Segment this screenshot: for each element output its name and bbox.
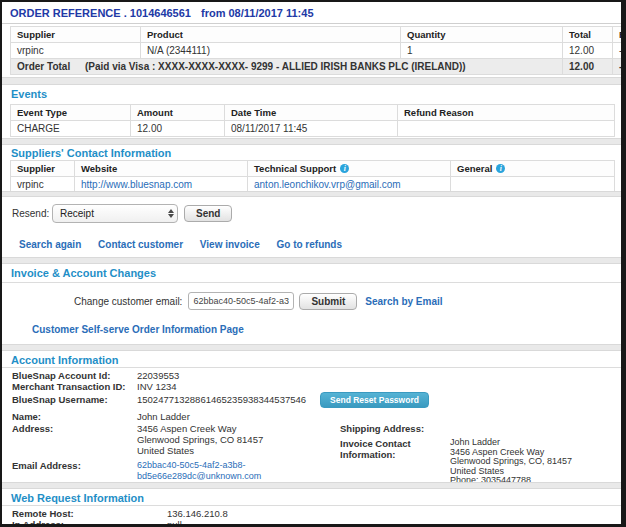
order-paid-via: (Paid via Visa : XXXX-XXXX-XXXX- 9299 - … bbox=[85, 61, 466, 72]
go-to-refunds-link[interactable]: Go to refunds bbox=[276, 239, 342, 250]
col-event-type: Event Type bbox=[11, 105, 131, 121]
col-general: Generali bbox=[451, 161, 615, 177]
order-details-page: ORDER REFERENCE . 1014646561from 08/11/2… bbox=[0, 0, 626, 527]
order-reference-section: ORDER REFERENCE . 1014646561from 08/11/2… bbox=[2, 2, 621, 77]
order-total-refund: - bbox=[613, 59, 622, 75]
account-id-value: 22039553 bbox=[137, 370, 179, 381]
col-technical-support: Technical Supporti bbox=[248, 161, 451, 177]
supplier-cell-general bbox=[451, 177, 615, 192]
search-by-email-link[interactable]: Search by Email bbox=[365, 296, 442, 307]
ip-address-value: null bbox=[167, 519, 182, 527]
section-divider bbox=[2, 138, 621, 145]
send-reset-password-button[interactable]: Send Reset Password bbox=[320, 392, 429, 408]
name-row: Name: John Ladder bbox=[12, 411, 621, 422]
events-table: Event Type Amount Date Time Refund Reaso… bbox=[10, 104, 615, 137]
ip-address-row: Ip Address: null bbox=[12, 519, 621, 527]
resend-label: Resend: bbox=[12, 208, 52, 219]
username-row: BlueSnap Username: 150247713288614652359… bbox=[12, 392, 621, 407]
merchant-txn-row: Merchant Transaction ID: INV 1234 bbox=[12, 381, 621, 392]
resend-select[interactable]: Receipt bbox=[52, 204, 178, 223]
tech-support-email-link[interactable]: anton.leonchikov.vrp@gmail.com bbox=[254, 179, 401, 190]
col-quantity: Quantity bbox=[401, 27, 563, 43]
col-total: Total bbox=[563, 27, 613, 43]
order-reference-title: ORDER REFERENCE . 1014646561 bbox=[10, 7, 191, 19]
name-value: John Ladder bbox=[137, 411, 190, 422]
events-header-row: Event Type Amount Date Time Refund Reaso… bbox=[11, 105, 615, 121]
ip-address-label: Ip Address: bbox=[12, 519, 167, 527]
section-divider bbox=[2, 257, 621, 264]
username-value: 15024771328861465235938344537546 bbox=[137, 394, 306, 405]
remote-host-value: 136.146.210.8 bbox=[167, 508, 228, 519]
supplier-cell-name: vrpinc bbox=[11, 177, 75, 192]
section-divider bbox=[2, 344, 621, 351]
order-cell-quantity: 1 bbox=[401, 43, 563, 59]
customer-self-serve-link[interactable]: Customer Self-serve Order Information Pa… bbox=[32, 324, 244, 335]
name-label: Name: bbox=[12, 411, 137, 422]
events-section: Events Event Type Amount Date Time Refun… bbox=[2, 85, 621, 138]
email-address-label: Email Address: bbox=[12, 460, 137, 482]
invoice-contact-value: John Ladder 3456 Aspen Creek Way Glenwoo… bbox=[450, 438, 621, 482]
resend-row: Resend: Receipt Send bbox=[2, 197, 621, 223]
self-serve-row: Customer Self-serve Order Information Pa… bbox=[32, 324, 621, 335]
order-total-label-cell: Order Total (Paid via Visa : XXXX-XXXX-X… bbox=[11, 59, 563, 75]
web-request-heading: Web Request Information bbox=[2, 489, 621, 506]
order-total-label: Order Total bbox=[17, 61, 70, 72]
username-label: BlueSnap Username: bbox=[12, 394, 137, 405]
account-right-column: Shipping Address: Invoice Contact Inform… bbox=[340, 423, 621, 482]
search-again-link[interactable]: Search again bbox=[19, 239, 81, 250]
order-date: from 08/11/2017 11:45 bbox=[201, 7, 314, 19]
supplier-website-link[interactable]: http://www.bluesnap.com bbox=[81, 179, 192, 190]
col-refund: Refund bbox=[613, 27, 622, 43]
merchant-txn-value: INV 1234 bbox=[137, 381, 177, 392]
send-button[interactable]: Send bbox=[184, 205, 232, 222]
order-total-row: Order Total (Paid via Visa : XXXX-XXXX-X… bbox=[11, 59, 622, 75]
merchant-txn-label: Merchant Transaction ID: bbox=[12, 381, 137, 392]
col-website: Website bbox=[75, 161, 248, 177]
remote-host-row: Remote Host: 136.146.210.8 bbox=[12, 508, 621, 519]
order-cell-refund: - bbox=[613, 43, 622, 59]
shipping-address-label: Shipping Address: bbox=[340, 423, 450, 434]
invoice-contact-row: Invoice Contact Information: John Ladder… bbox=[340, 438, 621, 482]
event-cell-refund-reason bbox=[398, 121, 615, 137]
select-stepper-icon bbox=[168, 209, 174, 218]
order-cell-supplier: vrpinc bbox=[11, 43, 141, 59]
change-email-label: Change customer email: bbox=[74, 296, 182, 307]
col-amount: Amount bbox=[131, 105, 225, 121]
info-icon[interactable]: i bbox=[340, 164, 349, 173]
suppliers-table: Supplier Website Technical Supporti Gene… bbox=[10, 160, 615, 191]
change-email-input[interactable] bbox=[188, 292, 294, 310]
invoice-changes-heading: Invoice & Account Changes bbox=[2, 264, 621, 283]
change-email-row: Change customer email: Submit Search by … bbox=[74, 292, 621, 310]
account-info-heading: Account Information bbox=[2, 351, 621, 368]
events-heading: Events bbox=[2, 85, 621, 102]
resend-section: Resend: Receipt Send Search again Contac… bbox=[2, 197, 621, 257]
col-product: Product bbox=[141, 27, 401, 43]
col-refund-reason: Refund Reason bbox=[398, 105, 615, 121]
shipping-address-row: Shipping Address: bbox=[340, 423, 621, 434]
event-row: CHARGE 12.00 08/11/2017 11:45 bbox=[11, 121, 615, 137]
event-cell-datetime: 08/11/2017 11:45 bbox=[225, 121, 398, 137]
address-label: Address: bbox=[12, 423, 137, 456]
supplier-cell-website: http://www.bluesnap.com bbox=[75, 177, 248, 192]
submit-button[interactable]: Submit bbox=[299, 293, 357, 310]
account-columns: Address: 3456 Aspen Creek Way Glenwood S… bbox=[2, 423, 621, 482]
section-divider bbox=[2, 77, 621, 85]
order-reference-heading: ORDER REFERENCE . 1014646561from 08/11/2… bbox=[2, 2, 621, 24]
suppliers-contact-section: Suppliers' Contact Information Supplier … bbox=[2, 145, 621, 191]
col-date-time: Date Time bbox=[225, 105, 398, 121]
invoice-account-changes-section: Invoice & Account Changes Change custome… bbox=[2, 264, 621, 344]
supplier-row: vrpinc http://www.bluesnap.com anton.leo… bbox=[11, 177, 615, 192]
customer-email-link[interactable]: 62bbac40-50c5-4af2-a3b8-bd5e66e289dc@unk… bbox=[137, 460, 340, 482]
contact-customer-link[interactable]: Contact customer bbox=[98, 239, 183, 250]
view-invoice-link[interactable]: View invoice bbox=[200, 239, 260, 250]
account-id-row: BlueSnap Account Id: 22039553 bbox=[12, 370, 621, 381]
suppliers-heading: Suppliers' Contact Information bbox=[2, 145, 621, 160]
web-request-section: Web Request Information Remote Host: 136… bbox=[2, 489, 621, 527]
account-information-section: Account Information BlueSnap Account Id:… bbox=[2, 351, 621, 482]
order-item-row: vrpinc N/A (2344111) 1 12.00 - bbox=[11, 43, 622, 59]
info-icon[interactable]: i bbox=[496, 164, 505, 173]
col-supplier: Supplier bbox=[11, 27, 141, 43]
account-left-column: Address: 3456 Aspen Creek Way Glenwood S… bbox=[2, 423, 340, 482]
account-id-label: BlueSnap Account Id: bbox=[12, 370, 137, 381]
order-cell-total: 12.00 bbox=[563, 43, 613, 59]
